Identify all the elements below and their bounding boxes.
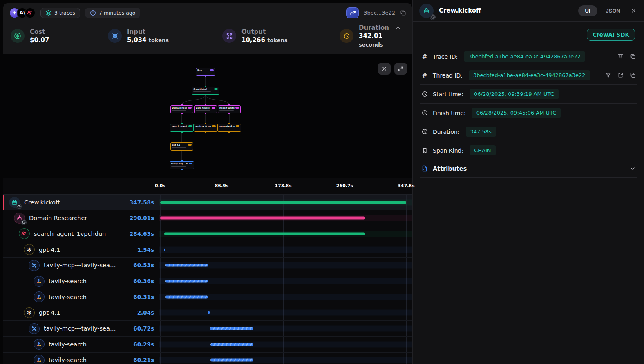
graph-node-gpt[interactable]: gpt-4.1 — [170, 142, 193, 151]
span-row-search_agent_1vpchdun[interactable]: search_agent_1vpchdun284.63s — [3, 226, 412, 242]
tavily-icon — [34, 276, 45, 287]
span-bar — [160, 217, 365, 220]
provider-avatars: ✦A\ — [9, 7, 36, 18]
span-row-tavily-search[interactable]: tavily-search60.29s — [3, 337, 412, 353]
app-root: ✦A\ 3 traces 7 minutes ago 3bec...3e22 C… — [0, 0, 644, 364]
stat-input: Input5,034 tokens — [108, 24, 222, 49]
tools-icon — [29, 323, 40, 334]
span-name: tavily-search — [49, 294, 129, 300]
graph-node-crew[interactable]: Crew.kickoff — [192, 87, 219, 95]
span-duration: 60.72s — [133, 325, 154, 332]
axis-tick: 0.0s — [155, 183, 165, 189]
span-duration: 60.21s — [133, 357, 154, 363]
filter-icon[interactable] — [605, 72, 611, 78]
openai-icon: ✻ — [24, 244, 35, 255]
span-row-gpt-4.1[interactable]: ✻gpt-4.12.04s — [3, 305, 412, 321]
span-row-tavily-mcp---tavily-sea…[interactable]: tavily-mcp---tavily-sea…60.72s — [3, 321, 412, 337]
crew-teal-icon — [9, 197, 20, 208]
clock-badge-icon — [430, 14, 436, 20]
json-file-icon — [421, 165, 428, 172]
tavily-icon — [34, 339, 45, 350]
span-bar-cell — [159, 210, 412, 226]
copy-trace-id-button[interactable] — [400, 10, 406, 16]
detail-value-chip[interactable]: CHAIN — [470, 145, 495, 155]
graph-node-domain[interactable]: Domain Researcher — [170, 105, 193, 113]
chevron-down-icon — [629, 165, 636, 172]
node-connector-dot — [181, 131, 183, 133]
copy-icon[interactable] — [630, 72, 636, 78]
trace-age-label: 7 minutes ago — [99, 10, 136, 16]
detail-value-chip[interactable]: 06/28/2025, 09:45:06 AM UTC — [472, 108, 561, 118]
span-row-gpt-4.1[interactable]: ✻gpt-4.11.54s — [3, 242, 412, 258]
close-graph-button[interactable] — [378, 63, 391, 75]
external-link-icon[interactable] — [617, 72, 624, 78]
span-duration: 284.63s — [130, 231, 154, 237]
graph-node-search[interactable]: search_agent_1vpchdun — [170, 124, 194, 132]
trace-age-badge[interactable]: 7 minutes ago — [85, 8, 141, 18]
span-name: tavily-search — [49, 278, 129, 284]
hash-icon: # — [421, 72, 428, 79]
crewai-avatar — [25, 7, 36, 18]
arrows-out-icon — [222, 29, 236, 43]
stat-value: 10,266 tokens — [242, 36, 287, 44]
node-connector-dot — [181, 160, 183, 162]
expand-graph-button[interactable] — [394, 63, 407, 75]
attributes-section-toggle[interactable]: Attributes — [420, 160, 637, 178]
traces-count-badge[interactable]: 3 traces — [40, 8, 80, 18]
stat-label: Output — [242, 28, 287, 36]
chevron-up-icon — [395, 24, 401, 31]
graph-node-generate[interactable]: generate_&_prepare — [217, 124, 241, 132]
span-bar — [165, 264, 208, 267]
span-row-tavily-search[interactable]: tavily-search60.21s — [3, 353, 412, 364]
span-bar — [210, 359, 253, 362]
node-connector-dot — [205, 104, 206, 106]
details-header: Crew.kickoff UI JSON — [413, 0, 644, 22]
span-duration: 347.58s — [130, 199, 154, 206]
span-name: tavily-search — [49, 357, 129, 363]
tab-json[interactable]: JSON — [606, 8, 620, 14]
graph-node-analyst[interactable]: Data Analyst — [194, 105, 217, 113]
node-connector-dot — [228, 113, 230, 114]
metrics-chart-button[interactable] — [346, 7, 359, 18]
clock-badge-icon — [21, 220, 27, 225]
node-connector-dot — [181, 104, 183, 106]
span-name: Crew.kickoff — [24, 199, 125, 206]
node-connector-dot — [205, 113, 206, 114]
span-row-Domain Researcher[interactable]: Domain Researcher290.01s — [3, 210, 412, 226]
span-bar-cell — [159, 273, 412, 289]
node-connector-dot — [205, 75, 206, 77]
detail-label: Finish time: — [433, 110, 466, 116]
collapse-stats-button[interactable] — [395, 24, 401, 31]
trace-header-row: ✦A\ 3 traces 7 minutes ago 3bec...3e22 — [3, 3, 412, 22]
span-row-tavily-search[interactable]: tavily-search60.36s — [3, 273, 412, 289]
trace-graph-panel: RunCrew.kickoffDomain ResearcherData Ana… — [3, 54, 412, 178]
filter-icon[interactable] — [617, 53, 624, 60]
span-bar-cell — [159, 226, 412, 242]
graph-node-analyze[interactable]: analyze_&_process — [194, 124, 217, 132]
detail-value-chip[interactable]: 3becbfed-a1be-ae84-ea3c-4942867a3e22 — [464, 51, 585, 62]
graph-node-writer[interactable]: Report Writer — [218, 105, 241, 113]
trace-header-card: ✦A\ 3 traces 7 minutes ago 3bec...3e22 C… — [3, 3, 412, 54]
detail-value-chip[interactable]: 347.58s — [466, 127, 496, 137]
graph-node-run[interactable]: Run — [196, 68, 215, 76]
detail-value-chip[interactable]: 3becbfed-a1be-ae84-ea3c-4942867a3e22 — [469, 70, 590, 80]
close-details-button[interactable] — [631, 8, 637, 14]
span-row-tavily-search[interactable]: tavily-search60.31s — [3, 289, 412, 305]
span-bar-cell — [159, 353, 412, 364]
span-row-tavily-mcp---tavily-sea…[interactable]: tavily-mcp---tavily-sea…60.53s — [3, 258, 412, 274]
axis-tick: 173.8s — [275, 183, 291, 189]
clock-icon — [421, 110, 428, 116]
hash-icon: # — [421, 53, 428, 60]
detail-value-chip[interactable]: 06/28/2025, 09:39:19 AM UTC — [470, 89, 559, 99]
node-connector-dot — [181, 150, 183, 151]
span-name: gpt-4.1 — [39, 246, 133, 253]
detail-row-span-kind-: Span Kind:CHAIN — [420, 141, 637, 160]
copy-icon[interactable] — [630, 53, 636, 60]
tab-ui[interactable]: UI — [578, 5, 597, 16]
span-bar — [208, 311, 210, 314]
graph-node-tavily[interactable]: tavily-mcp---tavily-search — [170, 161, 194, 169]
clock-icon — [421, 129, 428, 135]
span-row-Crew.kickoff[interactable]: Crew.kickoff347.58s — [3, 195, 412, 211]
details-title: Crew.kickoff — [439, 7, 573, 14]
axis-tick: 86.9s — [215, 183, 229, 189]
